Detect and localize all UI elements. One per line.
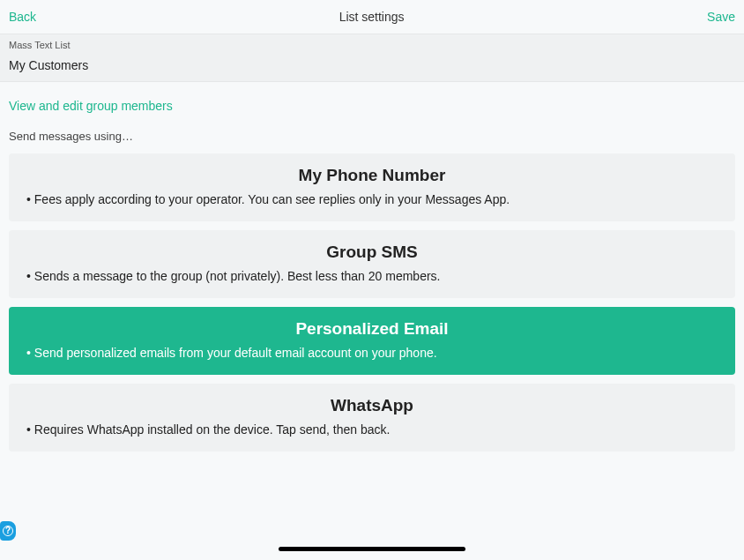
save-button[interactable]: Save xyxy=(707,10,735,24)
option-personalized-email[interactable]: Personalized Email Send personalized ema… xyxy=(9,307,735,375)
list-name-input[interactable] xyxy=(0,53,744,82)
option-desc: Send personalized emails from your defau… xyxy=(25,344,719,362)
header-bar: Back List settings Save xyxy=(0,0,744,34)
page-title: List settings xyxy=(339,10,405,24)
option-desc: Sends a message to the group (not privat… xyxy=(25,267,719,286)
send-options-list: My Phone Number Fees apply according to … xyxy=(0,153,744,452)
option-whatsapp[interactable]: WhatsApp Requires WhatsApp installed on … xyxy=(9,384,735,452)
option-title: WhatsApp xyxy=(25,396,719,415)
option-desc: Fees apply according to your operator. Y… xyxy=(25,190,719,209)
option-title: Personalized Email xyxy=(25,319,719,339)
back-button[interactable]: Back xyxy=(9,10,36,24)
option-desc: Requires WhatsApp installed on the devic… xyxy=(25,421,719,439)
send-using-label: Send messages using… xyxy=(0,124,744,153)
home-indicator[interactable] xyxy=(279,547,465,551)
option-group-sms[interactable]: Group SMS Sends a message to the group (… xyxy=(9,230,735,298)
view-edit-members-link[interactable]: View and edit group members xyxy=(9,99,173,113)
option-my-phone-number[interactable]: My Phone Number Fees apply according to … xyxy=(9,153,735,221)
option-title: Group SMS xyxy=(25,243,719,262)
help-button[interactable]: ? xyxy=(0,521,16,541)
group-members-row: View and edit group members xyxy=(0,82,744,124)
question-icon: ? xyxy=(3,526,13,536)
list-name-label: Mass Text List xyxy=(0,34,744,53)
option-title: My Phone Number xyxy=(25,166,719,185)
